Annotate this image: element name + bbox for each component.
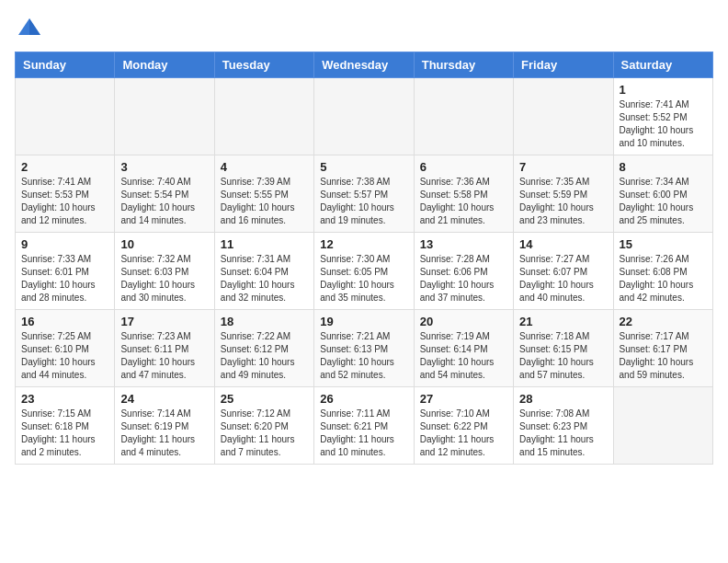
day-info: Sunrise: 7:11 AM Sunset: 6:21 PM Dayligh… [320, 408, 407, 459]
day-number: 25 [221, 392, 308, 406]
calendar-cell: 22Sunrise: 7:17 AM Sunset: 6:17 PM Dayli… [613, 310, 712, 387]
day-info: Sunrise: 7:25 AM Sunset: 6:10 PM Dayligh… [21, 330, 108, 382]
calendar-cell [514, 78, 613, 155]
calendar-cell: 6Sunrise: 7:36 AM Sunset: 5:58 PM Daylig… [414, 155, 513, 233]
day-info: Sunrise: 7:08 AM Sunset: 6:23 PM Dayligh… [519, 408, 607, 459]
svg-marker-1 [29, 18, 40, 35]
day-number: 7 [519, 160, 607, 174]
day-info: Sunrise: 7:12 AM Sunset: 6:20 PM Dayligh… [221, 408, 308, 459]
day-info: Sunrise: 7:30 AM Sunset: 6:05 PM Dayligh… [320, 253, 407, 304]
day-info: Sunrise: 7:21 AM Sunset: 6:13 PM Dayligh… [320, 330, 407, 382]
calendar-cell: 5Sunrise: 7:38 AM Sunset: 5:57 PM Daylig… [314, 155, 414, 233]
calendar-cell: 7Sunrise: 7:35 AM Sunset: 5:59 PM Daylig… [514, 155, 613, 233]
day-number: 8 [620, 160, 707, 174]
day-number: 3 [120, 160, 208, 174]
day-info: Sunrise: 7:38 AM Sunset: 5:57 PM Dayligh… [320, 176, 407, 227]
calendar-cell: 28Sunrise: 7:08 AM Sunset: 6:23 PM Dayli… [514, 387, 613, 465]
calendar-header-row: SundayMondayTuesdayWednesdayThursdayFrid… [16, 52, 713, 78]
day-number: 28 [519, 392, 607, 406]
logo-icon [17, 15, 42, 40]
weekday-header-monday: Monday [115, 52, 214, 78]
day-info: Sunrise: 7:26 AM Sunset: 6:08 PM Dayligh… [620, 253, 707, 304]
calendar-cell: 25Sunrise: 7:12 AM Sunset: 6:20 PM Dayli… [214, 387, 313, 465]
calendar-cell: 9Sunrise: 7:33 AM Sunset: 6:01 PM Daylig… [16, 233, 115, 310]
day-number: 22 [620, 315, 707, 328]
calendar-cell: 16Sunrise: 7:25 AM Sunset: 6:10 PM Dayli… [16, 310, 115, 387]
day-number: 14 [519, 237, 607, 251]
calendar-cell: 3Sunrise: 7:40 AM Sunset: 5:54 PM Daylig… [115, 155, 214, 233]
calendar-cell: 4Sunrise: 7:39 AM Sunset: 5:55 PM Daylig… [214, 155, 313, 233]
calendar-week-row: 16Sunrise: 7:25 AM Sunset: 6:10 PM Dayli… [16, 310, 713, 387]
calendar-week-row: 23Sunrise: 7:15 AM Sunset: 6:18 PM Dayli… [16, 387, 713, 465]
calendar-cell [414, 78, 513, 155]
day-number: 21 [519, 315, 607, 328]
day-info: Sunrise: 7:19 AM Sunset: 6:14 PM Dayligh… [420, 330, 507, 382]
day-info: Sunrise: 7:28 AM Sunset: 6:06 PM Dayligh… [420, 253, 507, 304]
calendar-cell [613, 387, 712, 465]
calendar-cell: 10Sunrise: 7:32 AM Sunset: 6:03 PM Dayli… [115, 233, 214, 310]
day-info: Sunrise: 7:10 AM Sunset: 6:22 PM Dayligh… [420, 408, 507, 459]
calendar-cell: 19Sunrise: 7:21 AM Sunset: 6:13 PM Dayli… [314, 310, 414, 387]
calendar-cell: 8Sunrise: 7:34 AM Sunset: 6:00 PM Daylig… [613, 155, 712, 233]
day-info: Sunrise: 7:32 AM Sunset: 6:03 PM Dayligh… [120, 253, 208, 304]
weekday-header-saturday: Saturday [613, 52, 712, 78]
day-info: Sunrise: 7:33 AM Sunset: 6:01 PM Dayligh… [21, 253, 108, 304]
day-info: Sunrise: 7:22 AM Sunset: 6:12 PM Dayligh… [221, 330, 308, 382]
day-info: Sunrise: 7:14 AM Sunset: 6:19 PM Dayligh… [120, 408, 208, 459]
calendar-week-row: 1Sunrise: 7:41 AM Sunset: 5:52 PM Daylig… [16, 78, 713, 155]
calendar-cell [16, 78, 115, 155]
weekday-header-tuesday: Tuesday [214, 52, 313, 78]
day-number: 5 [320, 160, 407, 174]
calendar-cell: 1Sunrise: 7:41 AM Sunset: 5:52 PM Daylig… [613, 78, 712, 155]
weekday-header-friday: Friday [514, 52, 613, 78]
day-info: Sunrise: 7:31 AM Sunset: 6:04 PM Dayligh… [221, 253, 308, 304]
day-number: 13 [420, 237, 507, 251]
calendar-cell: 2Sunrise: 7:41 AM Sunset: 5:53 PM Daylig… [16, 155, 115, 233]
calendar-cell: 11Sunrise: 7:31 AM Sunset: 6:04 PM Dayli… [214, 233, 313, 310]
day-number: 12 [320, 237, 407, 251]
day-number: 2 [21, 160, 108, 174]
calendar-cell: 20Sunrise: 7:19 AM Sunset: 6:14 PM Dayli… [414, 310, 513, 387]
day-number: 24 [120, 392, 208, 406]
calendar-cell [214, 78, 313, 155]
calendar-cell: 13Sunrise: 7:28 AM Sunset: 6:06 PM Dayli… [414, 233, 513, 310]
day-info: Sunrise: 7:18 AM Sunset: 6:15 PM Dayligh… [519, 330, 607, 382]
day-number: 9 [21, 237, 108, 251]
calendar-week-row: 2Sunrise: 7:41 AM Sunset: 5:53 PM Daylig… [16, 155, 713, 233]
day-number: 26 [320, 392, 407, 406]
calendar-cell: 24Sunrise: 7:14 AM Sunset: 6:19 PM Dayli… [115, 387, 214, 465]
calendar-table: SundayMondayTuesdayWednesdayThursdayFrid… [15, 52, 713, 465]
day-number: 15 [620, 237, 707, 251]
weekday-header-sunday: Sunday [16, 52, 115, 78]
day-number: 4 [221, 160, 308, 174]
day-info: Sunrise: 7:36 AM Sunset: 5:58 PM Dayligh… [420, 176, 507, 227]
calendar-week-row: 9Sunrise: 7:33 AM Sunset: 6:01 PM Daylig… [16, 233, 713, 310]
calendar-cell: 12Sunrise: 7:30 AM Sunset: 6:05 PM Dayli… [314, 233, 414, 310]
calendar-cell: 18Sunrise: 7:22 AM Sunset: 6:12 PM Dayli… [214, 310, 313, 387]
day-number: 11 [221, 237, 308, 251]
logo [15, 15, 44, 40]
weekday-header-wednesday: Wednesday [314, 52, 414, 78]
calendar-cell: 17Sunrise: 7:23 AM Sunset: 6:11 PM Dayli… [115, 310, 214, 387]
calendar-cell: 15Sunrise: 7:26 AM Sunset: 6:08 PM Dayli… [613, 233, 712, 310]
day-info: Sunrise: 7:34 AM Sunset: 6:00 PM Dayligh… [620, 176, 707, 227]
day-number: 23 [21, 392, 108, 406]
calendar-cell [314, 78, 414, 155]
day-info: Sunrise: 7:17 AM Sunset: 6:17 PM Dayligh… [620, 330, 707, 382]
day-info: Sunrise: 7:41 AM Sunset: 5:52 PM Dayligh… [620, 98, 707, 150]
calendar-cell [115, 78, 214, 155]
day-info: Sunrise: 7:41 AM Sunset: 5:53 PM Dayligh… [21, 176, 108, 227]
page-header [15, 15, 713, 40]
day-info: Sunrise: 7:39 AM Sunset: 5:55 PM Dayligh… [221, 176, 308, 227]
day-info: Sunrise: 7:40 AM Sunset: 5:54 PM Dayligh… [120, 176, 208, 227]
day-info: Sunrise: 7:27 AM Sunset: 6:07 PM Dayligh… [519, 253, 607, 304]
calendar-cell: 21Sunrise: 7:18 AM Sunset: 6:15 PM Dayli… [514, 310, 613, 387]
day-info: Sunrise: 7:15 AM Sunset: 6:18 PM Dayligh… [21, 408, 108, 459]
calendar-cell: 27Sunrise: 7:10 AM Sunset: 6:22 PM Dayli… [414, 387, 513, 465]
day-number: 19 [320, 315, 407, 328]
weekday-header-thursday: Thursday [414, 52, 513, 78]
day-number: 20 [420, 315, 507, 328]
day-info: Sunrise: 7:23 AM Sunset: 6:11 PM Dayligh… [120, 330, 208, 382]
day-number: 18 [221, 315, 308, 328]
day-number: 1 [620, 83, 707, 97]
